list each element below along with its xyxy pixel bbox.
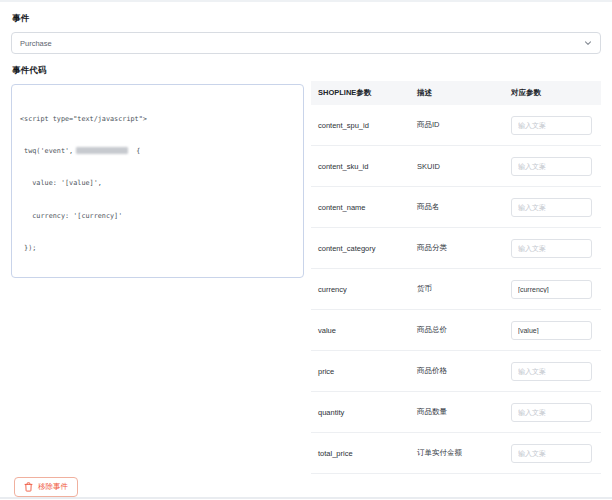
table-row: content_sku_id SKUID	[311, 146, 601, 187]
param-desc: 商品总价	[417, 325, 511, 335]
param-name: content_name	[318, 203, 417, 212]
code-line: currency: '[currency]'	[20, 211, 295, 222]
code-line: twq('event', {	[20, 146, 295, 157]
params-table: SHOPLINE参数 描述 对应参数 content_spu_id 商品ID c…	[311, 81, 601, 474]
remove-event-button[interactable]: 移除事件	[14, 477, 78, 497]
header-mapped-param: 对应参数	[511, 88, 592, 98]
param-desc: 商品价格	[417, 366, 511, 376]
param-name: content_sku_id	[318, 162, 417, 171]
event-select[interactable]: Purchase	[11, 32, 601, 54]
param-value-input[interactable]	[511, 116, 592, 135]
footer-actions: 移除事件	[11, 477, 601, 497]
table-row: quantity 商品数量	[311, 392, 601, 433]
code-line: </script>	[20, 276, 295, 278]
code-line: });	[20, 243, 295, 254]
event-code-label: 事件代码	[12, 65, 304, 77]
bottom-divider	[0, 497, 612, 499]
table-row: currency 货币	[311, 269, 601, 310]
param-name: content_spu_id	[318, 121, 417, 130]
param-value-input[interactable]	[511, 280, 592, 299]
param-name: total_price	[318, 449, 417, 458]
header-shopline-param: SHOPLINE参数	[318, 88, 417, 98]
param-desc: 商品ID	[417, 120, 511, 130]
table-row: content_category 商品分类	[311, 228, 601, 269]
param-name: currency	[318, 285, 417, 294]
param-name: price	[318, 367, 417, 376]
param-name: quantity	[318, 408, 417, 417]
param-desc: 商品名	[417, 202, 511, 212]
event-select-value: Purchase	[20, 39, 52, 48]
event-code-editor[interactable]: <script type="text/javascript"> twq('eve…	[11, 84, 304, 278]
code-column: 事件代码 <script type="text/javascript"> twq…	[11, 63, 304, 474]
param-name: value	[318, 326, 417, 335]
event-config-panel: 事件 Purchase 事件代码 <script type="text/java…	[0, 0, 612, 500]
remove-event-label: 移除事件	[38, 482, 68, 492]
code-line-prefix: twq('event',	[20, 147, 73, 155]
param-desc: 货币	[417, 284, 511, 294]
param-desc: 商品分类	[417, 243, 511, 253]
params-column: SHOPLINE参数 描述 对应参数 content_spu_id 商品ID c…	[311, 63, 601, 474]
param-value-input[interactable]	[511, 362, 592, 381]
code-line-suffix: {	[132, 147, 140, 155]
trash-icon	[24, 482, 33, 492]
table-row: content_spu_id 商品ID	[311, 105, 601, 146]
event-detail-section: 事件代码 <script type="text/javascript"> twq…	[11, 63, 601, 474]
chevron-down-icon	[584, 39, 592, 47]
param-value-input[interactable]	[511, 198, 592, 217]
param-desc: 订单实付金额	[417, 448, 511, 458]
param-value-input[interactable]	[511, 157, 592, 176]
header-description: 描述	[417, 88, 511, 98]
param-value-input[interactable]	[511, 444, 592, 463]
event-label: 事件	[12, 13, 601, 25]
table-row: value 商品总价	[311, 310, 601, 351]
code-line: <script type="text/javascript">	[20, 114, 295, 125]
redacted-pixel-id	[76, 147, 128, 154]
table-row: total_price 订单实付金额	[311, 433, 601, 474]
param-value-input[interactable]	[511, 403, 592, 422]
params-table-header: SHOPLINE参数 描述 对应参数	[311, 81, 601, 105]
param-desc: SKUID	[417, 162, 511, 171]
param-value-input[interactable]	[511, 239, 592, 258]
table-row: content_name 商品名	[311, 187, 601, 228]
param-value-input[interactable]	[511, 321, 592, 340]
param-desc: 商品数量	[417, 407, 511, 417]
code-line: value: '[value]',	[20, 178, 295, 189]
param-name: content_category	[318, 244, 417, 253]
table-row: price 商品价格	[311, 351, 601, 392]
